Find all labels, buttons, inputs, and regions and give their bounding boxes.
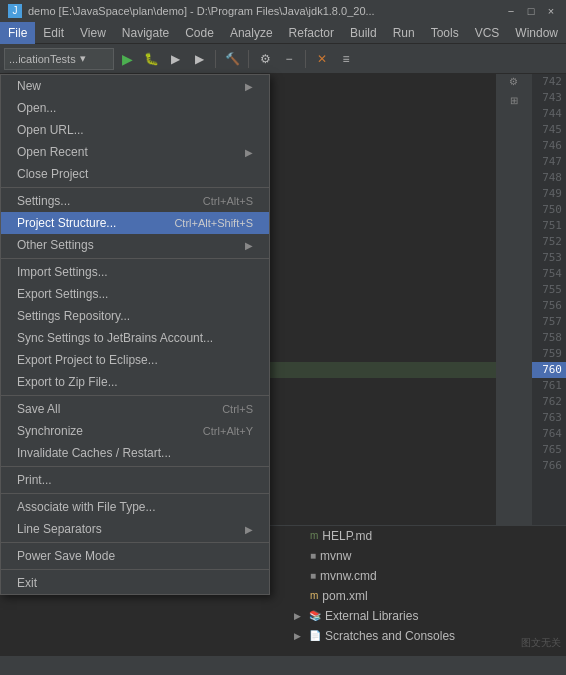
project-file-helpmd[interactable]: m HELP.md <box>270 526 566 546</box>
line-number-758: 758 <box>532 330 566 346</box>
line-number-743: 743 <box>532 90 566 106</box>
minimize-button[interactable]: − <box>504 4 518 18</box>
window-title: demo [E:\JavaSpace\plan\demo] - D:\Progr… <box>28 5 504 17</box>
scratch-icon: 📄 <box>309 626 321 646</box>
line-number-764: 764 <box>532 426 566 442</box>
status-bar <box>0 655 566 675</box>
sep-1 <box>1 187 269 188</box>
menu-export-zip[interactable]: Export to Zip File... <box>1 371 269 393</box>
menu-build[interactable]: Build <box>342 22 385 44</box>
menu-analyze[interactable]: Analyze <box>222 22 281 44</box>
project-file-pomxml[interactable]: m pom.xml <box>270 586 566 606</box>
run-configuration-combo[interactable]: ...icationTests ▾ <box>4 48 114 70</box>
file-icon: ■ <box>310 546 316 566</box>
menu-new[interactable]: New ▶ <box>1 75 269 97</box>
file-icon: ■ <box>310 566 316 586</box>
line-number-753: 753 <box>532 250 566 266</box>
file-dropdown-menu: New ▶ Open... Open URL... Open Recent ▶ … <box>0 74 270 595</box>
line-number-766: 766 <box>532 458 566 474</box>
line-number-762: 762 <box>532 394 566 410</box>
menu-project-structure[interactable]: Project Structure... Ctrl+Alt+Shift+S <box>1 212 269 234</box>
menu-other-settings[interactable]: Other Settings ▶ <box>1 234 269 256</box>
menu-associate-file-type[interactable]: Associate with File Type... <box>1 496 269 518</box>
menu-tools[interactable]: Tools <box>423 22 467 44</box>
main-area: New ▶ Open... Open URL... Open Recent ▶ … <box>0 74 566 655</box>
menu-file[interactable]: File <box>0 22 35 44</box>
file-label: pom.xml <box>322 586 367 606</box>
sep-2 <box>1 258 269 259</box>
menu-open[interactable]: Open... <box>1 97 269 119</box>
line-number-745: 745 <box>532 122 566 138</box>
menu-sync-jetbrains[interactable]: Sync Settings to JetBrains Account... <box>1 327 269 349</box>
coverage-button[interactable]: ▶ <box>164 48 186 70</box>
line-number-749: 749 <box>532 186 566 202</box>
menu-import-settings[interactable]: Import Settings... <box>1 261 269 283</box>
line-number-746: 746 <box>532 138 566 154</box>
toolbar-sep-2 <box>248 50 249 68</box>
menu-settings-repo[interactable]: Settings Repository... <box>1 305 269 327</box>
file-label: External Libraries <box>325 606 418 626</box>
window-controls[interactable]: − □ × <box>504 4 558 18</box>
line-number-754: 754 <box>532 266 566 282</box>
lines-toolbar-btn[interactable]: ≡ <box>335 48 357 70</box>
expand-icon: ▶ <box>294 626 301 646</box>
menu-open-recent[interactable]: Open Recent ▶ <box>1 141 269 163</box>
close-toolbar-btn[interactable]: ✕ <box>311 48 333 70</box>
menu-line-separators[interactable]: Line Separators ▶ <box>1 518 269 540</box>
line-number-763: 763 <box>532 410 566 426</box>
toolbar-sep-1 <box>215 50 216 68</box>
editor-settings-btn[interactable]: ⚙ <box>506 76 522 92</box>
menu-export-eclipse[interactable]: Export Project to Eclipse... <box>1 349 269 371</box>
file-label: mvnw <box>320 546 351 566</box>
menu-bar: File Edit View Navigate Code Analyze Ref… <box>0 22 566 44</box>
build-button[interactable]: 🔨 <box>221 48 243 70</box>
editor-layout-btn[interactable]: ⊞ <box>506 95 522 111</box>
menu-refactor[interactable]: Refactor <box>281 22 342 44</box>
menu-run[interactable]: Run <box>385 22 423 44</box>
line-number-751: 751 <box>532 218 566 234</box>
menu-close-project[interactable]: Close Project <box>1 163 269 185</box>
menu-invalidate-caches[interactable]: Invalidate Caches / Restart... <box>1 442 269 464</box>
profile-button[interactable]: ▶ <box>188 48 210 70</box>
menu-view[interactable]: View <box>72 22 114 44</box>
line-number-757: 757 <box>532 314 566 330</box>
line-number-761: 761 <box>532 378 566 394</box>
run-button[interactable]: ▶ <box>116 48 138 70</box>
toolbar: ...icationTests ▾ ▶ 🐛 ▶ ▶ 🔨 ⚙ − ✕ ≡ <box>0 44 566 74</box>
project-file-mvnwcmd[interactable]: ■ mvnw.cmd <box>270 566 566 586</box>
close-button[interactable]: × <box>544 4 558 18</box>
menu-synchronize[interactable]: Synchronize Ctrl+Alt+Y <box>1 420 269 442</box>
menu-window[interactable]: Window <box>507 22 566 44</box>
settings-toolbar-btn[interactable]: ⚙ <box>254 48 276 70</box>
maximize-button[interactable]: □ <box>524 4 538 18</box>
menu-vcs[interactable]: VCS <box>467 22 508 44</box>
menu-code[interactable]: Code <box>177 22 222 44</box>
title-bar: J demo [E:\JavaSpace\plan\demo] - D:\Pro… <box>0 0 566 22</box>
menu-save-all[interactable]: Save All Ctrl+S <box>1 398 269 420</box>
menu-edit[interactable]: Edit <box>35 22 72 44</box>
menu-power-save-mode[interactable]: Power Save Mode <box>1 545 269 567</box>
line-number-750: 750 <box>532 202 566 218</box>
md-icon: m <box>310 526 318 546</box>
combo-text: ...icationTests <box>9 53 76 65</box>
line-number-747: 747 <box>532 154 566 170</box>
sep-6 <box>1 542 269 543</box>
toolbar-sep-3 <box>305 50 306 68</box>
menu-print[interactable]: Print... <box>1 469 269 491</box>
line-highlight <box>270 362 531 378</box>
menu-export-settings[interactable]: Export Settings... <box>1 283 269 305</box>
project-external-libs[interactable]: ▶ 📚 External Libraries <box>270 606 566 626</box>
menu-exit[interactable]: Exit <box>1 572 269 594</box>
lib-icon: 📚 <box>309 606 321 626</box>
menu-navigate[interactable]: Navigate <box>114 22 177 44</box>
line-number-759: 759 <box>532 346 566 362</box>
menu-open-url[interactable]: Open URL... <box>1 119 269 141</box>
menu-settings[interactable]: Settings... Ctrl+Alt+S <box>1 190 269 212</box>
line-number-756: 756 <box>532 298 566 314</box>
project-file-mvnw[interactable]: ■ mvnw <box>270 546 566 566</box>
line-number-748: 748 <box>532 170 566 186</box>
minus-toolbar-btn[interactable]: − <box>278 48 300 70</box>
file-label: mvnw.cmd <box>320 566 377 586</box>
combo-arrow: ▾ <box>80 52 86 65</box>
debug-button[interactable]: 🐛 <box>140 48 162 70</box>
